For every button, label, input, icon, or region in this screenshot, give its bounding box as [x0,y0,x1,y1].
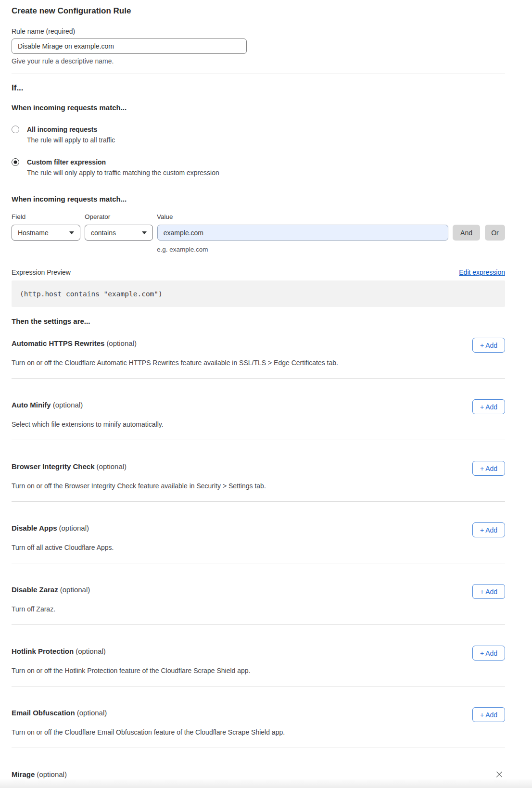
operator-select[interactable]: contains [85,225,153,241]
edit-expression-link[interactable]: Edit expression [459,268,505,277]
rule-name-label: Rule name (required) [12,27,505,36]
field-label: Field [12,213,85,221]
expression-preview-label: Expression Preview [12,268,71,277]
chevron-down-icon [69,231,74,234]
footer-edge [0,779,532,788]
setting-description: Turn on or off the Browser Integrity Che… [12,482,444,490]
add-button[interactable]: + Add [472,584,505,599]
setting-row-disable-zaraz: Disable Zaraz(optional) + Add Turn off Z… [12,585,505,625]
setting-title: Mirage [12,770,35,778]
setting-row-email-obfuscation: Email Obfuscation(optional) + Add Turn o… [12,708,505,748]
setting-title: Disable Apps [12,524,57,532]
expression-code: (http.host contains "example.com") [20,290,163,298]
setting-row-auto-minify: Auto Minify(optional) + Add Select which… [12,400,505,440]
expression-builder-row: Hostname contains And Or [12,225,505,241]
setting-description: Turn off Zaraz. [12,605,444,613]
setting-title: Hotlink Protection [12,647,74,655]
add-button[interactable]: + Add [472,707,505,722]
setting-title: Browser Integrity Check [12,462,95,470]
section-divider [12,74,505,74]
radio-custom-filter-expression[interactable]: Custom filter expression The rule will o… [12,158,505,177]
radio-all-incoming-requests[interactable]: All incoming requests The rule will appl… [12,125,505,144]
value-input[interactable] [157,225,448,241]
then-settings-heading: Then the settings are... [12,317,505,326]
radio-unselected-icon[interactable] [12,126,19,133]
expression-builder-heading: When incoming requests match... [12,194,505,204]
field-select-value: Hostname [18,229,49,237]
setting-row-disable-apps: Disable Apps(optional) + Add Turn off al… [12,523,505,563]
setting-description: Turn on or off the Hotlink Protection fe… [12,666,444,675]
setting-row-browser-integrity-check: Browser Integrity Check(optional) + Add … [12,462,505,502]
optional-suffix: (optional) [97,462,127,470]
expression-preview-box: (http.host contains "example.com") [12,280,505,307]
radio-description: The rule will apply to all traffic [27,136,115,144]
optional-suffix: (optional) [59,524,89,532]
and-button[interactable]: And [453,225,480,241]
page-title: Create new Configuration Rule [12,6,505,16]
if-heading: If... [12,83,505,93]
radio-label: Custom filter expression [27,158,219,166]
optional-suffix: (optional) [106,339,137,347]
value-label: Value [157,213,505,221]
setting-description: Select which file extensions to minify a… [12,420,444,429]
optional-suffix: (optional) [77,709,107,717]
or-button[interactable]: Or [485,225,505,241]
rule-name-helper: Give your rule a descriptive name. [12,57,505,65]
value-helper-text: e.g. example.com [157,245,505,254]
setting-row-automatic-https-rewrites: Automatic HTTPS Rewrites(optional) + Add… [12,339,505,379]
radio-label: All incoming requests [27,125,115,134]
rule-name-input[interactable] [12,38,247,54]
add-button[interactable]: + Add [472,461,505,476]
chevron-down-icon [142,231,147,234]
operator-label: Operator [85,213,157,221]
incoming-requests-heading: When incoming requests match... [12,103,505,113]
radio-description: The rule will only apply to traffic matc… [27,168,219,177]
optional-suffix: (optional) [37,770,67,778]
setting-description: Turn on or off the Cloudflare Automatic … [12,358,444,367]
radio-selected-icon[interactable] [12,158,19,166]
setting-title: Disable Zaraz [12,585,58,594]
setting-title: Automatic HTTPS Rewrites [12,339,104,347]
builder-labels-row: Field Operator Value [12,213,505,221]
field-select[interactable]: Hostname [12,225,80,241]
add-button[interactable]: + Add [472,399,505,414]
setting-description: Turn off all active Cloudflare Apps. [12,543,444,552]
close-icon[interactable] [494,770,504,779]
setting-title: Auto Minify [12,401,51,409]
add-button[interactable]: + Add [472,522,505,537]
add-button[interactable]: + Add [472,338,505,353]
setting-row-hotlink-protection: Hotlink Protection(optional) + Add Turn … [12,647,505,686]
optional-suffix: (optional) [53,401,83,409]
add-button[interactable]: + Add [472,646,505,661]
operator-select-value: contains [91,229,116,237]
optional-suffix: (optional) [60,585,90,594]
optional-suffix: (optional) [76,647,106,655]
setting-description: Turn on or off the Cloudflare Email Obfu… [12,728,444,737]
expression-preview-header: Expression Preview Edit expression [12,268,505,277]
setting-title: Email Obfuscation [12,709,75,717]
